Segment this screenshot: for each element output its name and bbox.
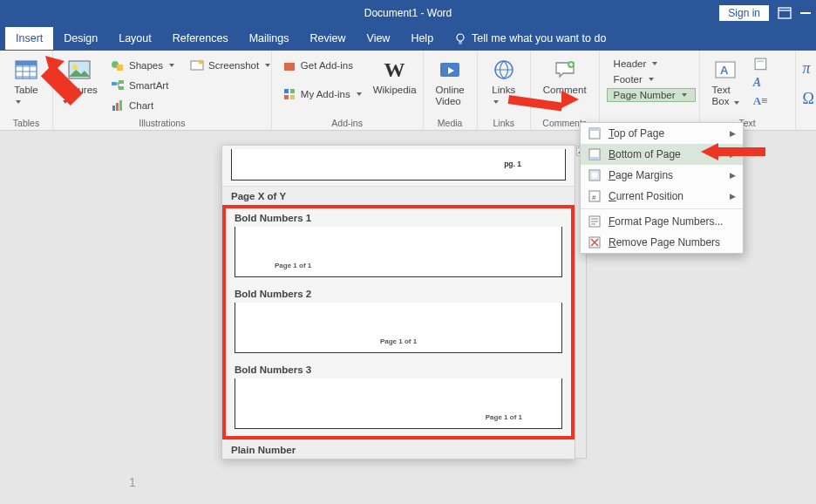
svg-rect-34 (757, 60, 764, 62)
annotation-arrow-insert-tab (38, 49, 101, 112)
gallery-item-bold-2[interactable]: Bold Numbers 2 Page 1 of 1 (226, 284, 571, 360)
svg-rect-41 (589, 157, 600, 160)
menu-remove-page-numbers[interactable]: Remove Page Numbers (581, 232, 743, 253)
svg-rect-9 (119, 80, 124, 84)
lightbulb-icon (454, 32, 466, 44)
wordart-icon[interactable]: A (753, 76, 768, 90)
tab-view[interactable]: View (357, 27, 401, 50)
group-media: OnlineVideo Media (424, 51, 478, 130)
svg-rect-8 (112, 82, 117, 85)
annotation-arrow-page-number (504, 85, 584, 124)
ribbon: Table Tables Pictures Shapes SmartArt (0, 51, 816, 131)
svg-rect-39 (589, 128, 600, 131)
svg-rect-13 (119, 100, 122, 111)
chart-button[interactable]: Chart (107, 97, 178, 114)
svg-rect-20 (290, 95, 295, 99)
sign-in-button[interactable]: Sign in (719, 5, 769, 21)
gallery-preview-top[interactable]: pg. 1 (231, 149, 566, 180)
ribbon-tabs: Insert Design Layout References Mailings… (0, 26, 816, 51)
group-label-illustrations: Illustrations (60, 117, 264, 128)
svg-marker-52 (701, 143, 718, 160)
wikipedia-icon: W (383, 58, 407, 82)
shapes-icon (111, 58, 125, 72)
tab-layout[interactable]: Layout (108, 27, 162, 50)
quick-parts-icon[interactable] (753, 57, 768, 72)
tab-design[interactable]: Design (53, 27, 108, 50)
header-button[interactable]: Header (607, 57, 696, 71)
smartart-icon (111, 78, 125, 92)
svg-rect-33 (755, 58, 766, 70)
page-number-button[interactable]: # Page Number (607, 88, 696, 102)
svg-rect-16 (284, 63, 295, 71)
tab-mailings[interactable]: Mailings (239, 27, 300, 50)
wikipedia-button[interactable]: W Wikipedia (374, 54, 416, 99)
ribbon-display-icon[interactable] (778, 7, 792, 19)
group-label-addins: Add-ins (279, 117, 416, 128)
tab-help[interactable]: Help (400, 27, 444, 50)
drop-cap-icon[interactable]: A≡ (753, 94, 768, 108)
screenshot-icon (190, 58, 204, 72)
gallery-item-bold-3[interactable]: Bold Numbers 3 Page 1 of 1 (226, 360, 571, 436)
svg-rect-10 (119, 86, 124, 90)
annotation-arrow-bottom-of-page (697, 138, 767, 169)
screenshot-button[interactable]: Screenshot (187, 57, 274, 74)
group-label-tables: Tables (7, 117, 45, 128)
gallery-section-page-x-of-y: Page X of Y (222, 186, 575, 205)
remove-icon (588, 235, 602, 249)
svg-text:#: # (592, 194, 596, 201)
svg-rect-12 (116, 103, 119, 111)
svg-rect-0 (779, 8, 791, 18)
symbol-icon[interactable]: Ω (803, 90, 814, 108)
tab-review[interactable]: Review (300, 27, 357, 50)
shapes-button[interactable]: Shapes (107, 57, 178, 74)
menu-current-position[interactable]: # Current Position ▶ (581, 186, 743, 207)
highlighted-gallery-section: Bold Numbers 1 Page 1 of 1 Bold Numbers … (222, 205, 575, 439)
online-video-button[interactable]: OnlineVideo (431, 54, 470, 110)
bottom-of-page-icon (588, 147, 602, 161)
get-addins-button[interactable]: Get Add-ins (279, 57, 365, 74)
document-title: Document1 - Word (0, 7, 816, 19)
title-bar: Document1 - Word Sign in (0, 0, 816, 26)
chart-icon (111, 99, 125, 112)
tell-me-label: Tell me what you want to do (472, 32, 606, 44)
minimize-icon[interactable] (800, 12, 811, 14)
svg-text:A: A (720, 64, 729, 77)
svg-rect-7 (117, 65, 123, 71)
group-header-footer: Header Footer # Page Number (600, 51, 700, 130)
my-addins-button[interactable]: My Add-ins (279, 85, 365, 103)
svg-rect-51 (508, 95, 563, 112)
current-position-icon: # (588, 189, 602, 203)
menu-separator (581, 208, 743, 209)
menu-format-page-numbers[interactable]: Format Page Numbers... (581, 211, 743, 232)
svg-rect-18 (290, 89, 295, 93)
svg-point-1 (457, 34, 464, 41)
group-label-media: Media (431, 117, 470, 128)
format-icon (588, 215, 602, 228)
tab-references[interactable]: References (162, 27, 239, 50)
svg-rect-53 (717, 147, 765, 156)
group-text: A TextBox A A≡ Text (700, 51, 796, 130)
gallery-item-bold-1[interactable]: Bold Numbers 1 Page 1 of 1 (226, 208, 571, 284)
tab-insert[interactable]: Insert (5, 27, 53, 50)
table-icon (14, 58, 38, 82)
group-addins: Get Add-ins My Add-ins W Wikipedia Add-i… (272, 51, 424, 130)
top-of-page-icon (588, 126, 602, 140)
page-number-label: 1 (129, 475, 136, 489)
video-icon (438, 58, 462, 82)
svg-marker-50 (561, 91, 579, 108)
svg-point-15 (199, 60, 203, 65)
addins-icon (282, 87, 296, 101)
svg-rect-17 (284, 89, 289, 93)
group-symbols: π Ω (796, 51, 816, 130)
text-box-button[interactable]: A TextBox (707, 54, 745, 110)
link-icon (492, 58, 516, 82)
gallery-section-plain: Plain Number (222, 439, 575, 459)
equation-icon[interactable]: π (803, 59, 814, 78)
tell-me[interactable]: Tell me what you want to do (454, 32, 606, 44)
comment-icon (553, 58, 577, 82)
footer-button[interactable]: Footer (607, 72, 696, 86)
smartart-button[interactable]: SmartArt (107, 77, 178, 94)
text-box-icon: A (713, 58, 738, 82)
page-number-gallery[interactable]: pg. 1 Page X of Y Bold Numbers 1 Page 1 … (221, 145, 575, 460)
svg-rect-3 (16, 61, 37, 65)
